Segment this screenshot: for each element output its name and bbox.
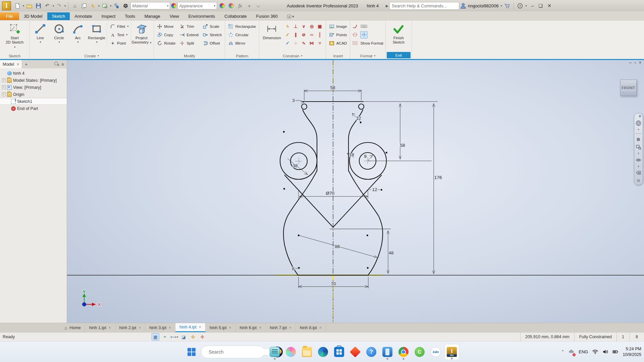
rotate-button[interactable]: Rotate (156, 39, 176, 47)
start-2d-sketch-button[interactable]: Start 2D Sketch ▾ (5, 22, 24, 49)
doc-restore-icon[interactable]: ▫ (635, 60, 636, 65)
constraint-inference-icon[interactable]: ⌖ (161, 333, 169, 341)
tree-expander-icon[interactable]: + (2, 93, 6, 96)
ribbon-tab-annotate[interactable]: Annotate (70, 12, 97, 20)
extend-button[interactable]: Extend (178, 31, 200, 39)
dimension-label[interactable]: 38 (292, 163, 298, 168)
navbar-collapse-icon[interactable]: ⊖ (637, 178, 640, 183)
insert-acad-button[interactable]: ACAD (328, 39, 348, 47)
doc-tab-hinh-6-ipt[interactable]: hinh 6.ipt× (236, 323, 266, 332)
ilogic-caret[interactable]: ▾ (98, 4, 100, 7)
dimension-label[interactable]: 70 (331, 281, 336, 286)
tree-item-sketch1[interactable]: Sketch1 (0, 98, 67, 105)
help-icon[interactable]: ? (516, 2, 524, 10)
dimension-label[interactable]: 9 (364, 154, 367, 159)
clear-appearance-icon[interactable] (227, 2, 235, 10)
doc-minimize-icon[interactable]: – (629, 60, 632, 65)
vertical-constraint-icon[interactable]: ║ (318, 32, 321, 37)
color-wheel-icon[interactable] (171, 3, 176, 8)
text-button[interactable]: AText▾ (109, 31, 129, 39)
rectangle-button[interactable]: Rectangle▾ (88, 22, 105, 44)
doc-tab-home[interactable]: ⌂Home (60, 323, 85, 332)
home-icon[interactable]: ⌂ (71, 2, 79, 10)
taskbar-app-question-app[interactable]: ? (364, 344, 379, 360)
onedrive-icon[interactable]: × (569, 349, 574, 355)
drag-highlight-icon[interactable]: ✣ (189, 333, 197, 341)
driven-dimension-icon[interactable] (352, 23, 360, 29)
lock-constraint-icon[interactable]: ▣ (318, 24, 322, 29)
arc-button[interactable]: Arc▾ (69, 22, 87, 44)
project-geometry-button[interactable]: ProjectGeometry ▾ (131, 22, 152, 45)
split-button[interactable]: Split (178, 39, 200, 47)
new-file-icon[interactable] (13, 2, 21, 10)
snap-grid-icon[interactable]: ▦ (152, 333, 159, 341)
auto-dimension-icon[interactable]: ϟ (286, 24, 289, 29)
show-format-icon[interactable] (352, 40, 360, 46)
tree-expander-icon[interactable]: + (2, 78, 6, 82)
fillet-button[interactable]: Fillet▾ (109, 22, 129, 31)
taskbar-app-copilot[interactable] (283, 344, 298, 360)
doc-tab-hinh-1-ipt[interactable]: hinh 1.ipt× (85, 323, 115, 332)
dimension-label[interactable]: 58 (330, 85, 335, 90)
taskbar-app-edge[interactable] (316, 344, 330, 360)
redo-icon[interactable]: ↷ (55, 2, 63, 10)
tree-expander-icon[interactable]: + (2, 85, 6, 89)
dimension-label[interactable]: 58 (400, 143, 405, 148)
show-constraints-icon[interactable]: ✓ (286, 41, 289, 46)
dimension-button[interactable]: Dimension (261, 22, 282, 40)
drag-sketch-icon[interactable]: ✢ (199, 333, 206, 341)
taskbar-app-file-explorer[interactable] (300, 344, 314, 360)
username[interactable]: nngocloi982006 (468, 3, 499, 8)
taskbar-app-red-diamond-app[interactable] (348, 344, 363, 360)
taskbar-app-microsoft-store[interactable] (332, 344, 346, 360)
help-search-box[interactable] (389, 2, 459, 10)
point-button[interactable]: Point (109, 39, 129, 47)
user-avatar-icon[interactable] (460, 3, 466, 9)
save-icon[interactable] (34, 2, 42, 10)
ribbon-tab-3d-model[interactable]: 3D Model (19, 12, 47, 20)
perpendicular-constraint-icon[interactable]: ⊥ (294, 24, 298, 29)
panel-label-insert[interactable]: Insert (326, 53, 350, 59)
taskbar-app-sticky-notes[interactable] (267, 344, 282, 360)
ribbon-tab-environments[interactable]: Environments (184, 12, 220, 20)
undo-caret[interactable]: ▾ (53, 4, 54, 7)
inventor-logo-icon[interactable]: I (2, 1, 11, 10)
tray-chevron-icon[interactable]: ⌃ (561, 350, 564, 354)
taskbar-app-inventor[interactable]: IPRO (444, 344, 459, 360)
dimension-display-icon[interactable]: ⟷▾ (170, 333, 178, 341)
tree-item-model-states-primary[interactable]: +Model States: [Primary] (0, 77, 67, 84)
trim-button[interactable]: Trim (178, 22, 200, 31)
ribbon-tab-view[interactable]: View (165, 12, 184, 20)
navbar-close-icon[interactable]: ⊗ (639, 115, 641, 118)
tree-item-hinh-4[interactable]: hinh 4 (0, 70, 67, 77)
doc-tab-hinh-2-ipt[interactable]: hinh 2.ipt× (115, 323, 146, 332)
zoom-window-icon[interactable] (636, 144, 641, 150)
tangent-constraint-icon[interactable]: ⊘ (302, 32, 306, 37)
constraint-settings-icon[interactable]: ✓ (286, 32, 289, 37)
screen-capture-icon[interactable] (101, 2, 109, 10)
browser-search-icon[interactable] (54, 62, 58, 65)
start-button[interactable] (185, 345, 198, 359)
ribbon-tab-sketch[interactable]: Sketch (47, 12, 70, 20)
dimension-label[interactable]: 86 (335, 244, 340, 249)
doc-tab-hinh-4-ipt[interactable]: hinh 4.ipt× (175, 323, 206, 332)
tab-close-icon[interactable]: × (259, 325, 261, 330)
ribbon-tab-file[interactable]: File (0, 12, 19, 20)
finish-sketch-button[interactable]: Finish Sketch (389, 22, 408, 45)
ilogic-icon[interactable]: ϟ (89, 2, 97, 10)
panel-label-exit[interactable]: Exit (387, 52, 411, 58)
undo-icon[interactable]: ↶ (43, 2, 51, 10)
ribbon-tab-tools[interactable]: Tools (120, 12, 140, 20)
tab-close-icon[interactable]: × (229, 325, 231, 330)
dimension-label[interactable]: 12 (372, 187, 377, 192)
dimension-label[interactable]: 3 (292, 98, 295, 103)
centerline-format-icon[interactable] (352, 32, 360, 38)
rectangular-pattern-button[interactable]: Rectangular (227, 22, 257, 31)
tab-close-icon[interactable]: × (289, 325, 291, 330)
insert-image-button[interactable]: Image (328, 22, 348, 31)
material-combobox[interactable]: ▾ (130, 2, 170, 9)
doc-tab-hinh-5-ipt[interactable]: hinh 5.ipt× (206, 323, 236, 332)
qat-add-icon[interactable]: + (245, 2, 253, 10)
center-point-format-icon[interactable] (360, 31, 368, 39)
panel-label-pattern[interactable]: Pattern (225, 53, 259, 59)
